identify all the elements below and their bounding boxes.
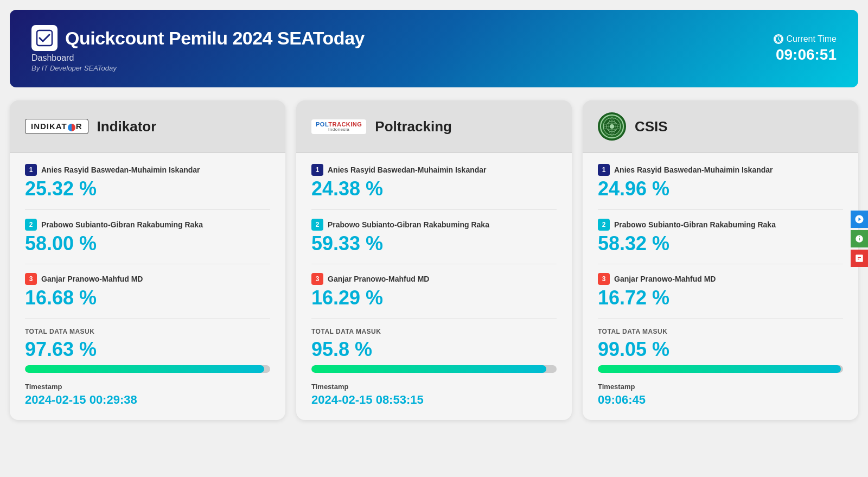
timestamp-value: 2024-02-15 08:53:15 [311,393,557,407]
page-byline: By IT Developer SEAToday [31,64,365,72]
header-left: Quickcount Pemilu 2024 SEAToday Dashboar… [31,25,365,72]
divider-total [598,319,843,319]
candidate-pct-3: 16.72 % [598,287,843,309]
total-label: TOTAL DATA MASUK [25,328,270,335]
candidate-badge-3: 3 [25,273,37,285]
timestamp-value: 2024-02-15 00:29:38 [25,393,270,407]
candidate-badge-2: 2 [311,219,323,231]
candidate-name-row: 3 Ganjar Pranowo-Mahfud MD [598,273,843,285]
progress-bar-bg [25,365,270,373]
side-buttons [851,211,868,267]
candidate-name-row: 2 Prabowo Subianto-Gibran Rakabuming Rak… [25,219,270,231]
page-subtitle: Dashboard [31,53,365,63]
candidate-badge-1: 1 [25,164,37,176]
candidate-name-row: 3 Ganjar Pranowo-Mahfud MD [25,273,270,285]
candidate-row: 1 Anies Rasyid Baswedan-Muhaimin Iskanda… [598,164,843,200]
progress-bar-bg [598,365,843,373]
candidate-badge-2: 2 [598,219,610,231]
divider [25,264,270,264]
card-logo: POLTRACKING Indonesia [311,113,366,139]
candidate-badge-1: 1 [598,164,610,176]
candidate-row: 3 Ganjar Pranowo-Mahfud MD 16.68 % [25,273,270,309]
app-title: Quickcount Pemilu 2024 SEAToday [65,28,365,49]
progress-bar-fill [598,365,841,373]
candidate-name-2: Prabowo Subianto-Gibran Rakabuming Raka [41,220,203,229]
card-body: 1 Anies Rasyid Baswedan-Muhaimin Iskanda… [10,153,285,420]
candidate-row: 1 Anies Rasyid Baswedan-Muhaimin Iskanda… [25,164,270,200]
current-time-value: 09:06:51 [774,46,837,63]
candidate-name-1: Anies Rasyid Baswedan-Muhaimin Iskandar [41,166,200,174]
header-right: Current Time 09:06:51 [774,34,837,63]
timestamp-label: Timestamp [311,383,557,391]
candidate-pct-2: 58.00 % [25,233,270,255]
candidate-badge-2: 2 [25,219,37,231]
total-label: TOTAL DATA MASUK [311,328,557,335]
card-header: POLTRACKING Indonesia Poltracking [296,100,572,153]
side-btn-1[interactable] [851,211,868,228]
divider-total [25,319,270,319]
candidate-row: 3 Ganjar Pranowo-Mahfud MD 16.72 % [598,273,843,309]
candidate-pct-2: 58.32 % [598,233,843,255]
card-indikator: INDIKATR Indikator 1 Anies Rasyid Baswed… [10,100,285,420]
app-icon [31,25,58,51]
candidate-badge-3: 3 [598,273,610,285]
divider [598,209,843,210]
candidate-row: 1 Anies Rasyid Baswedan-Muhaimin Iskanda… [311,164,557,200]
progress-bar-fill [25,365,264,373]
candidate-name-3: Ganjar Pranowo-Mahfud MD [41,275,143,283]
side-btn-2[interactable] [851,230,868,247]
divider [311,264,557,264]
total-pct: 97.63 % [25,339,270,360]
candidate-name-1: Anies Rasyid Baswedan-Muhaimin Iskandar [614,166,773,174]
candidate-pct-1: 25.32 % [25,178,270,200]
candidate-name-2: Prabowo Subianto-Gibran Rakabuming Raka [328,220,489,229]
card-title: Indikator [97,118,157,135]
card-title: CSIS [635,118,668,135]
candidate-badge-3: 3 [311,273,323,285]
cards-container: INDIKATR Indikator 1 Anies Rasyid Baswed… [0,87,868,433]
header-title-row: Quickcount Pemilu 2024 SEAToday [31,25,365,51]
candidate-name-row: 1 Anies Rasyid Baswedan-Muhaimin Iskanda… [311,164,557,176]
progress-bar-bg [311,365,557,373]
current-time-text: Current Time [787,34,837,44]
divider [311,209,557,210]
logo-poltracking: POLTRACKING Indonesia [311,119,366,134]
card-body: 1 Anies Rasyid Baswedan-Muhaimin Iskanda… [296,153,572,420]
candidate-pct-1: 24.38 % [311,178,557,200]
card-body: 1 Anies Rasyid Baswedan-Muhaimin Iskanda… [583,153,858,420]
candidate-name-1: Anies Rasyid Baswedan-Muhaimin Iskandar [328,166,487,174]
candidate-name-row: 2 Prabowo Subianto-Gibran Rakabuming Rak… [311,219,557,231]
timestamp-label: Timestamp [25,383,270,391]
candidate-badge-1: 1 [311,164,323,176]
card-csis: CSIS 1 Anies Rasyid Baswedan-Muhaimin Is… [583,100,858,420]
card-header: INDIKATR Indikator [10,100,285,153]
candidate-row: 2 Prabowo Subianto-Gibran Rakabuming Rak… [25,219,270,255]
candidate-pct-3: 16.29 % [311,287,557,309]
side-btn-3[interactable] [851,250,868,267]
card-logo [598,113,626,139]
candidate-name-row: 1 Anies Rasyid Baswedan-Muhaimin Iskanda… [25,164,270,176]
clock-icon [774,34,783,44]
card-header: CSIS [583,100,858,153]
divider [598,264,843,264]
card-title: Poltracking [375,118,452,135]
progress-bar-fill [311,365,546,373]
divider [25,209,270,210]
candidate-pct-1: 24.96 % [598,178,843,200]
timestamp-label: Timestamp [598,383,843,391]
page-header: Quickcount Pemilu 2024 SEAToday Dashboar… [10,10,858,87]
candidate-pct-3: 16.68 % [25,287,270,309]
candidate-row: 3 Ganjar Pranowo-Mahfud MD 16.29 % [311,273,557,309]
card-poltracking: POLTRACKING Indonesia Poltracking 1 Anie… [296,100,572,420]
candidate-name-3: Ganjar Pranowo-Mahfud MD [614,275,716,283]
divider-total [311,319,557,319]
candidate-name-2: Prabowo Subianto-Gibran Rakabuming Raka [614,220,776,229]
card-logo: INDIKATR [25,113,88,139]
current-time-label: Current Time [774,34,837,44]
candidate-pct-2: 59.33 % [311,233,557,255]
candidate-name-row: 3 Ganjar Pranowo-Mahfud MD [311,273,557,285]
timestamp-value: 09:06:45 [598,393,843,407]
candidate-name-row: 2 Prabowo Subianto-Gibran Rakabuming Rak… [598,219,843,231]
logo-csis [598,112,626,141]
candidate-row: 2 Prabowo Subianto-Gibran Rakabuming Rak… [311,219,557,255]
